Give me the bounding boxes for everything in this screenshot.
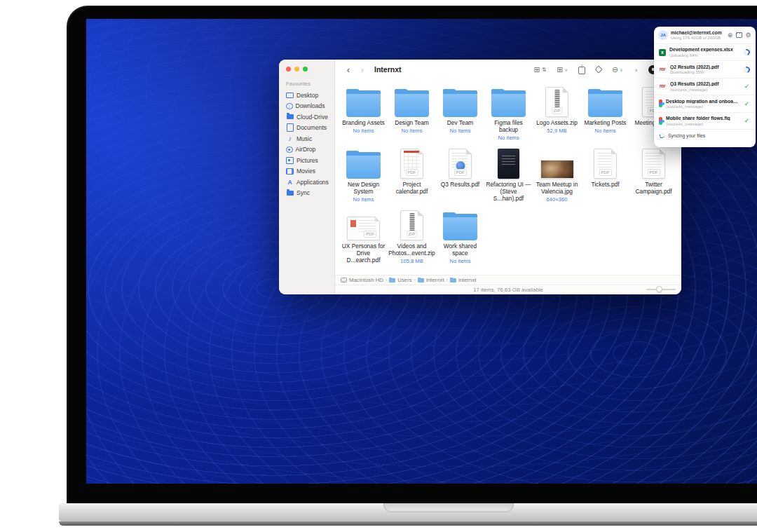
- sidebar-item[interactable]: Movies: [286, 166, 334, 177]
- sidebar-item-label: Movies: [296, 168, 315, 175]
- group-by-icon[interactable]: ⊞∨: [557, 65, 568, 74]
- globe-icon[interactable]: [727, 32, 733, 39]
- slider-knob[interactable]: [656, 286, 662, 292]
- file-item[interactable]: ZIP Logo Assets.zip 52,9 MB: [533, 81, 581, 142]
- file-item[interactable]: PDF Project calendar.pdf: [388, 142, 436, 204]
- sidebar-item[interactable]: Desktop: [286, 90, 334, 101]
- file-item[interactable]: PDF Tickets.pdf: [581, 142, 629, 204]
- sidebar-item[interactable]: Cloud-Drive: [286, 111, 334, 123]
- folder-icon: [346, 153, 381, 179]
- file-subtitle: No items: [353, 196, 374, 203]
- file-name: Refactoring UI — (Steve S...han).pdf: [485, 182, 532, 203]
- breadcrumb-label: Macintosh HD: [349, 277, 383, 283]
- file-name: Videos and Photos...event.zip: [388, 243, 435, 257]
- zip-icon: ZIP: [400, 210, 423, 240]
- file-name: Twitter Campaign.pdf: [630, 182, 677, 196]
- file-item[interactable]: PDF UX Personas for Drive D...earch.pdf: [339, 204, 388, 266]
- file-subtitle: No items: [498, 135, 519, 141]
- sidebar-item[interactable]: Sync: [286, 188, 334, 199]
- close-button[interactable]: [286, 67, 291, 71]
- file-subtitle: No items: [450, 258, 471, 264]
- chevron-down-icon[interactable]: ∨: [634, 67, 638, 72]
- sidebar-item[interactable]: Documents: [286, 123, 334, 134]
- status-text: 17 items, 76,63 GB available: [473, 287, 543, 293]
- back-button[interactable]: ‹: [343, 64, 353, 75]
- breadcrumb-item[interactable]: internxt ›: [418, 277, 448, 283]
- share-icon[interactable]: [578, 67, 585, 74]
- sidebar-item[interactable]: Pictures: [286, 155, 334, 166]
- file-name: Branding Assets: [342, 120, 385, 127]
- folder-mini-icon: [389, 278, 395, 282]
- file-item[interactable]: ZIP Videos and Photos...event.zip 105,8 …: [388, 204, 436, 266]
- forward-button[interactable]: ›: [357, 64, 367, 75]
- sidebar-section-label: Favourites: [286, 81, 334, 87]
- open-folder-icon[interactable]: [736, 32, 742, 39]
- sync-item-name: Mobile share folder flows.fig: [666, 116, 739, 121]
- sync-item-name: Q3 Results (2022).pdf: [670, 81, 739, 86]
- tag-icon[interactable]: [594, 65, 602, 73]
- avatar: JA: [658, 30, 668, 40]
- file-item[interactable]: PDF Q3 Results.pdf: [436, 142, 484, 204]
- sidebar-item[interactable]: Downloads: [286, 101, 334, 112]
- pdf-chart-icon: PDF: [449, 149, 472, 179]
- file-item[interactable]: Refactoring UI — (Steve S...han).pdf: [484, 142, 533, 204]
- breadcrumb-separator: ›: [414, 278, 416, 282]
- folder-icon: [491, 91, 526, 117]
- file-name: Design Team: [395, 120, 429, 127]
- sync-widget-footer: Syncing your files: [654, 130, 756, 142]
- file-item[interactable]: Team Meetup in Valencia.jpg 640×360: [533, 142, 581, 204]
- pictures-icon: [286, 156, 294, 164]
- sidebar-item[interactable]: AirDrop: [286, 144, 334, 156]
- pdf-calendar-icon: PDF: [400, 149, 423, 179]
- file-item[interactable]: Marketing Posts No items: [581, 81, 629, 142]
- file-item[interactable]: Dev Team No items: [436, 81, 484, 142]
- breadcrumb-label: Users: [397, 277, 411, 283]
- actions-menu-icon[interactable]: ⊖∨: [612, 65, 623, 74]
- file-subtitle: No items: [595, 128, 616, 134]
- success-check-icon: ✓: [744, 117, 750, 124]
- minimize-button[interactable]: [294, 67, 299, 71]
- file-name: Work shared space: [437, 243, 484, 257]
- finder-window: Favourites Desktop Downloads Cloud-Drive…: [279, 60, 681, 294]
- book-icon: [498, 149, 519, 179]
- zoom-button[interactable]: [303, 67, 308, 71]
- sync-widget-header: JA michael@internxt.com Using 176.42GB o…: [654, 27, 756, 44]
- sync-item-status: Downloading 35%: [670, 70, 739, 74]
- sidebar-item[interactable]: Music: [286, 133, 334, 144]
- file-item[interactable]: New Design System No items: [339, 142, 388, 204]
- laptop-lid-notch: [383, 503, 514, 512]
- file-item[interactable]: PDF Twitter Campaign.pdf: [629, 142, 678, 204]
- laptop-base-edge: [59, 521, 757, 526]
- breadcrumb-label: internxt: [426, 277, 444, 283]
- sidebar-item-label: Applications: [296, 179, 329, 186]
- file-item[interactable]: Work shared space No items: [436, 204, 484, 266]
- settings-gear-icon[interactable]: [745, 32, 751, 39]
- file-item[interactable]: Design Team No items: [388, 81, 436, 142]
- breadcrumb-item[interactable]: internxt ›: [450, 277, 477, 283]
- sidebar-item-label: Pictures: [296, 157, 318, 164]
- file-type-badge: ZIP: [552, 107, 562, 114]
- file-subtitle: 105,8 MB: [400, 258, 423, 264]
- folder-mini-icon: [450, 278, 456, 282]
- breadcrumb-item[interactable]: Users ›: [389, 277, 416, 283]
- syncing-spinner-icon: [659, 132, 665, 139]
- sync-item-list: Development expenses.xlsx Uploading 64% …: [654, 44, 756, 130]
- file-name: Tickets.pdf: [591, 182, 619, 189]
- file-name: Figma files backup: [485, 120, 532, 134]
- pdf-landscape-icon: PDF: [347, 217, 380, 240]
- file-name: Project calendar.pdf: [388, 182, 435, 196]
- file-item[interactable]: Figma files backup No items: [484, 81, 533, 142]
- folder-icon: [443, 214, 477, 240]
- view-grid-icon[interactable]: ⊞: [533, 65, 546, 74]
- document-icon: [286, 124, 294, 132]
- folder-icon: [443, 91, 477, 117]
- sidebar-item[interactable]: Applications: [286, 177, 334, 188]
- icon-size-slider[interactable]: [646, 286, 676, 292]
- breadcrumb-separator: ›: [386, 278, 387, 282]
- sidebar-item-label: Sync: [296, 189, 310, 196]
- syncing-label: Syncing your files: [668, 133, 705, 138]
- file-item[interactable]: Branding Assets No items: [339, 81, 388, 142]
- file-type-badge: ZIP: [407, 231, 417, 238]
- breadcrumb-item[interactable]: Macintosh HD ›: [341, 277, 387, 283]
- desktop-icon: [286, 91, 294, 99]
